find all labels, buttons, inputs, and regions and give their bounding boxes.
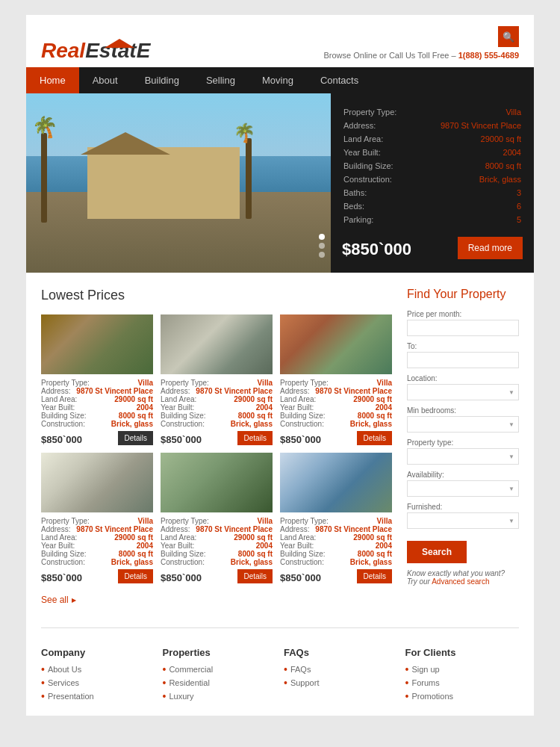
baths-label: Baths:	[343, 187, 414, 199]
hero-section: 🌴 🌴 Property Type: Villa	[26, 93, 534, 273]
min-bedrooms-group: Min bedrooms:	[407, 406, 519, 433]
year-built-label: Year Built:	[343, 146, 414, 158]
listings-title: Lowest Prices	[41, 288, 392, 303]
footer-about-us[interactable]: About Us	[48, 665, 81, 674]
min-bedrooms-label: Min bedrooms:	[407, 406, 519, 415]
location-label: Location:	[407, 374, 519, 382]
beds-value: 6	[415, 200, 521, 212]
nav-building[interactable]: Building	[131, 67, 193, 93]
property-thumb	[41, 453, 153, 512]
details-button[interactable]: Details	[357, 569, 392, 583]
footer-presentation[interactable]: Presentation	[48, 692, 94, 701]
nav-contacts[interactable]: Contacts	[307, 67, 372, 93]
see-all-link[interactable]: See all	[41, 595, 392, 605]
advanced-search-link[interactable]: Advanced search	[432, 577, 489, 586]
location-select[interactable]	[407, 384, 519, 400]
land-area-label: Land Area:	[343, 133, 414, 145]
property-thumb	[280, 453, 392, 512]
footer-services[interactable]: Services	[48, 678, 79, 687]
price-to-input[interactable]	[407, 352, 519, 368]
address-value: 9870 St Vincent Place	[415, 120, 521, 131]
hero-dot-3[interactable]	[319, 252, 325, 258]
footer-company-title: Company	[41, 647, 155, 658]
property-thumb	[161, 453, 273, 512]
nav-about[interactable]: About	[79, 67, 131, 93]
property-card: Property Type:Villa Address:9870 St Vinc…	[161, 453, 273, 583]
property-type-group: Property type:	[407, 438, 519, 465]
price-to-label: To:	[407, 342, 519, 350]
details-button[interactable]: Details	[237, 431, 273, 445]
footer-commercial[interactable]: Commercial	[169, 665, 213, 674]
find-property-title: Find Your Property	[407, 288, 519, 301]
parking-label: Parking:	[343, 214, 414, 226]
price-from-group: Price per month:	[407, 310, 519, 336]
year-built-value: 2004	[415, 146, 521, 158]
availability-label: Availability:	[407, 471, 519, 479]
footer-forums[interactable]: Forums	[411, 678, 439, 687]
property-thumb	[280, 314, 392, 374]
footer-promotions[interactable]: Promotions	[411, 692, 453, 701]
nav-home[interactable]: Home	[26, 67, 79, 93]
location-group: Location:	[407, 374, 519, 400]
logo-real: Real	[41, 39, 85, 62]
availability-group: Availability:	[407, 471, 519, 497]
footer-signup[interactable]: Sign up	[411, 665, 439, 674]
price-per-month-label: Price per month:	[407, 310, 519, 318]
furnished-label: Furnished:	[407, 503, 519, 511]
property-card: Property Type:Villa Address:9870 St Vinc…	[280, 453, 392, 583]
price-from-input[interactable]	[407, 320, 519, 336]
property-card: Property Type:Villa Address:9870 St Vinc…	[161, 314, 273, 445]
address-label: Address:	[343, 120, 414, 131]
search-button[interactable]: 🔍	[498, 26, 519, 47]
property-thumb	[161, 314, 273, 374]
property-thumb	[41, 314, 153, 374]
nav-moving[interactable]: Moving	[249, 67, 307, 93]
hero-price: $850`000	[342, 240, 411, 259]
details-button[interactable]: Details	[357, 431, 392, 445]
prop-type-label: Property Type:	[343, 106, 414, 118]
hero-dot-2[interactable]	[319, 243, 325, 249]
sidebar: Find Your Property Price per month: To: …	[407, 288, 519, 605]
availability-select[interactable]	[407, 480, 519, 497]
building-size-label: Building Size:	[343, 160, 414, 172]
property-grid: Property Type:Villa Address:9870 St Vinc…	[41, 314, 392, 583]
details-button[interactable]: Details	[118, 569, 153, 583]
details-button[interactable]: Details	[237, 569, 273, 583]
footer-company: Company About Us Services Presentation	[41, 647, 155, 704]
details-button[interactable]: Details	[118, 431, 153, 445]
main-nav: Home About Building Selling Moving Conta…	[26, 67, 534, 93]
footer-residential[interactable]: Residential	[169, 678, 209, 687]
footer-properties: Properties Commercial Residential Luxury	[163, 647, 277, 704]
footer-for-clients: For Clients Sign up Forums Promotions	[405, 647, 520, 704]
min-bedrooms-select[interactable]	[407, 416, 519, 433]
footer-divider	[41, 627, 519, 628]
prop-type-value: Villa	[415, 106, 521, 118]
furnished-group: Furnished:	[407, 503, 519, 529]
read-more-button[interactable]: Read more	[458, 237, 523, 259]
furnished-select[interactable]	[407, 512, 519, 529]
hero-image: 🌴 🌴	[26, 93, 331, 273]
building-size-value: 8000 sq ft	[415, 160, 521, 172]
footer-support-link[interactable]: Support	[290, 678, 320, 687]
listings-section: Lowest Prices Property Type:Villa Addres…	[41, 288, 392, 605]
baths-value: 3	[415, 187, 521, 199]
footer: Company About Us Services Presentation P…	[26, 636, 534, 716]
footer-faqs-title: FAQs	[284, 647, 398, 658]
price-to-group: To:	[407, 342, 519, 368]
hero-dot-1[interactable]	[319, 234, 325, 240]
beds-label: Beds:	[343, 200, 414, 212]
footer-faqs: FAQs FAQs Support	[284, 647, 398, 704]
search-property-button[interactable]: Search	[407, 541, 467, 563]
footer-faq-link[interactable]: FAQs	[290, 665, 311, 674]
advanced-search-hint: Know exactly what you want? Try our Adva…	[407, 569, 519, 586]
land-area-value: 29000 sq ft	[415, 133, 521, 145]
footer-luxury[interactable]: Luxury	[169, 692, 193, 701]
footer-properties-title: Properties	[163, 647, 277, 658]
nav-selling[interactable]: Selling	[193, 67, 249, 93]
construction-value: Brick, glass	[415, 173, 521, 185]
property-card: Property Type:Villa Address:9870 St Vinc…	[41, 314, 153, 445]
property-card: Property Type:Villa Address:9870 St Vinc…	[41, 453, 153, 583]
property-card: Property Type:Villa Address:9870 St Vinc…	[280, 314, 392, 445]
hero-carousel-dots	[319, 234, 325, 258]
property-type-select[interactable]	[407, 448, 519, 465]
